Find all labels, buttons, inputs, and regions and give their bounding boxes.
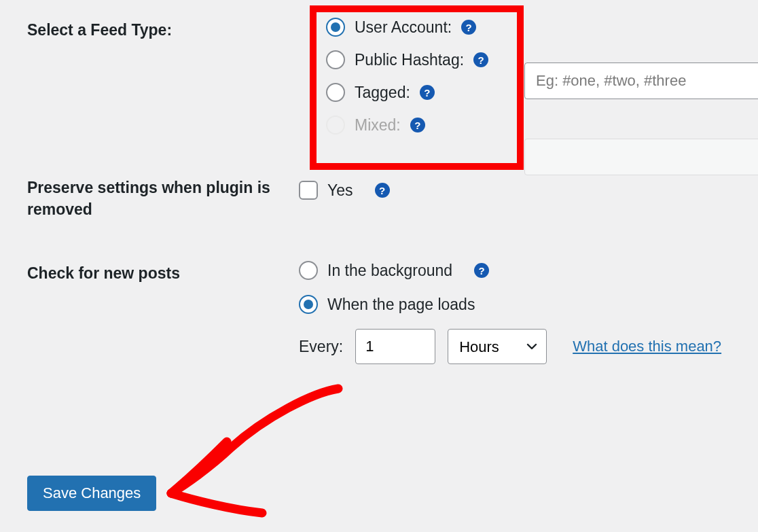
check-option-label: When the page loads <box>327 296 475 314</box>
feed-option-tagged[interactable]: Tagged: ? <box>326 83 731 102</box>
radio-mixed <box>326 116 345 135</box>
feed-option-user-account[interactable]: User Account: ? <box>326 18 731 37</box>
radio-public-hashtag[interactable] <box>326 50 345 69</box>
feed-option-label: User Account: <box>355 18 452 37</box>
every-label: Every: <box>299 338 343 356</box>
every-unit-select[interactable]: Hours <box>448 329 547 364</box>
feed-option-label: Public Hashtag: <box>355 51 464 69</box>
annotation-arrow <box>156 376 360 526</box>
every-value-input[interactable] <box>355 329 435 364</box>
row-feed-type: Select a Feed Type: User Account: ? Publ… <box>27 18 731 135</box>
help-icon[interactable]: ? <box>375 183 390 198</box>
feed-option-label: Mixed: <box>355 116 401 135</box>
save-changes-button[interactable]: Save Changes <box>27 476 156 511</box>
check-option-background[interactable]: In the background ? <box>299 261 731 280</box>
every-line: Every: Hours What does this mean? <box>299 329 731 364</box>
feed-option-mixed: Mixed: ? <box>326 116 731 135</box>
feed-option-public-hashtag[interactable]: Public Hashtag: ? <box>326 50 731 69</box>
mixed-input <box>524 139 758 175</box>
check-option-label: In the background <box>327 262 452 280</box>
field-check-posts: In the background ? When the page loads … <box>299 261 731 364</box>
help-icon[interactable]: ? <box>473 52 488 67</box>
radio-tagged[interactable] <box>326 83 345 102</box>
row-check-posts: Check for new posts In the background ? … <box>27 261 731 364</box>
preserve-label-yes: Yes <box>327 181 353 200</box>
checkbox-preserve[interactable] <box>299 181 318 200</box>
label-check-posts: Check for new posts <box>27 261 299 284</box>
radio-background[interactable] <box>299 261 318 280</box>
help-icon[interactable]: ? <box>410 118 425 132</box>
label-feed-type: Select a Feed Type: <box>27 18 299 41</box>
help-icon[interactable]: ? <box>461 20 476 35</box>
what-does-this-mean-link[interactable]: What does this mean? <box>573 338 721 355</box>
radio-user-account[interactable] <box>326 18 345 37</box>
preserve-option-yes[interactable]: Yes ? <box>299 181 731 200</box>
label-preserve: Preserve settings when plugin is removed <box>27 175 299 220</box>
check-option-page-loads[interactable]: When the page loads <box>299 295 731 314</box>
help-icon[interactable]: ? <box>420 85 435 100</box>
row-preserve-settings: Preserve settings when plugin is removed… <box>27 175 731 220</box>
feed-option-label: Tagged: <box>355 84 410 102</box>
radio-page-loads[interactable] <box>299 295 318 314</box>
field-feed-type: User Account: ? Public Hashtag: ? Tagged… <box>299 18 731 135</box>
every-unit-select-wrap[interactable]: Hours <box>448 329 547 364</box>
help-icon[interactable]: ? <box>474 263 489 278</box>
field-preserve: Yes ? <box>299 175 731 200</box>
